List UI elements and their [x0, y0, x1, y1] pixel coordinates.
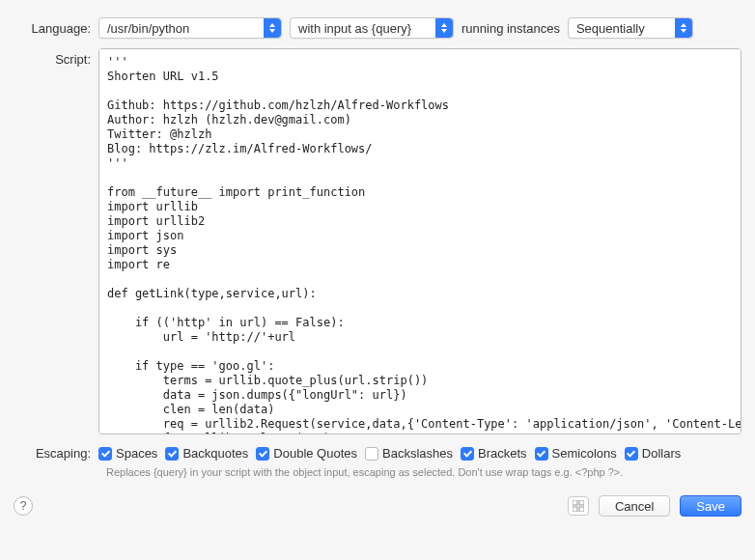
- input-mode-value: with input as {query}: [298, 21, 411, 36]
- escaping-backslashes-label: Backslashes: [382, 446, 453, 461]
- svg-rect-3: [579, 507, 584, 512]
- escaping-spaces[interactable]: Spaces: [98, 446, 157, 461]
- escaping-dollars[interactable]: Dollars: [625, 446, 681, 461]
- script-label: Script:: [14, 48, 91, 67]
- chevron-updown-icon: [675, 18, 692, 38]
- checkbox-icon: [365, 447, 378, 461]
- concurrency-value: Sequentially: [576, 21, 645, 36]
- running-instances-label: running instances: [461, 21, 560, 36]
- chevron-updown-icon: [264, 18, 281, 38]
- svg-rect-2: [573, 507, 577, 512]
- escaping-backquotes[interactable]: Backquotes: [165, 446, 248, 461]
- svg-rect-0: [573, 500, 577, 505]
- escaping-dollars-label: Dollars: [642, 446, 681, 461]
- script-textarea[interactable]: ''' Shorten URL v1.5 Github: https://git…: [98, 48, 741, 434]
- language-label: Language:: [14, 21, 91, 36]
- escaping-double-quotes[interactable]: Double Quotes: [256, 446, 357, 461]
- grid-icon: [573, 500, 584, 512]
- escaping-double-quotes-label: Double Quotes: [273, 446, 357, 461]
- checkbox-icon: [98, 447, 112, 461]
- escaping-spaces-label: Spaces: [116, 446, 157, 461]
- escaping-semicolons[interactable]: Semicolons: [535, 446, 617, 461]
- checkbox-icon: [625, 447, 638, 461]
- checkbox-icon: [165, 447, 179, 461]
- grid-view-button[interactable]: [568, 496, 589, 516]
- escaping-hint: Replaces {query} in your script with the…: [106, 466, 741, 478]
- svg-rect-1: [579, 500, 584, 505]
- checkbox-icon: [535, 447, 548, 461]
- checkbox-icon: [256, 447, 269, 461]
- save-button[interactable]: Save: [680, 495, 741, 517]
- input-mode-select[interactable]: with input as {query}: [290, 17, 454, 39]
- concurrency-select[interactable]: Sequentially: [568, 17, 693, 39]
- checkbox-icon: [461, 447, 474, 461]
- help-button[interactable]: ?: [14, 496, 33, 516]
- escaping-label: Escaping:: [14, 446, 91, 461]
- language-select-value: /usr/bin/python: [107, 21, 189, 36]
- escaping-backquotes-label: Backquotes: [182, 446, 248, 461]
- escaping-semicolons-label: Semicolons: [552, 446, 617, 461]
- chevron-updown-icon: [435, 18, 453, 38]
- cancel-button[interactable]: Cancel: [599, 495, 670, 517]
- escaping-brackets[interactable]: Brackets: [461, 446, 527, 461]
- help-icon: ?: [20, 499, 27, 513]
- language-select[interactable]: /usr/bin/python: [98, 17, 282, 39]
- escaping-backslashes[interactable]: Backslashes: [365, 446, 453, 461]
- escaping-brackets-label: Brackets: [478, 446, 527, 461]
